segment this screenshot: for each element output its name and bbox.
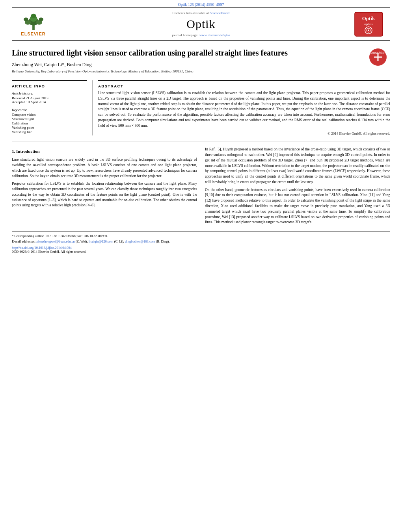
svg-text:Optik: Optik xyxy=(362,15,375,21)
svg-point-13 xyxy=(368,30,369,31)
keywords-section: Keywords: Computer vision Structured lig… xyxy=(12,108,87,134)
footnote-area: * Corresponding author. Tel.: +86 10 823… xyxy=(12,232,390,244)
received-date: Received 21 August 2013 xyxy=(12,96,87,100)
vertical-divider xyxy=(92,80,93,135)
keyword-4: Vanishing point xyxy=(12,126,87,130)
elsevier-logo: ELSEVIER xyxy=(20,12,47,36)
keyword-1: Computer vision xyxy=(12,113,87,117)
elsevier-tree-svg xyxy=(20,12,47,31)
doi-link[interactable]: http://dx.doi.org/10.1016/j.ijleo.2014.0… xyxy=(12,246,72,250)
sciencedirect-line: Contents lists available at ScienceDirec… xyxy=(173,11,230,15)
svg-text:optics: optics xyxy=(364,22,373,26)
homepage-link[interactable]: www.elsevier.de/ijleo xyxy=(199,33,230,37)
elsevier-label: ELSEVIER xyxy=(21,32,45,36)
intro-heading: 1. Introduction xyxy=(12,148,197,155)
article-history-group: Article history: Received 21 August 2013… xyxy=(12,91,87,104)
abstract-section: ABSTRACT Line structured light vision se… xyxy=(98,80,390,135)
article-history-label: Article history: xyxy=(12,91,87,95)
journal-title: Optik xyxy=(186,17,215,31)
article-body: ARTICLE INFO Article history: Received 2… xyxy=(12,80,390,135)
issn-line: 0030-4026/© 2014 Elsevier GmbH. All righ… xyxy=(12,250,86,254)
article-authors: Zhenzhong Wei, Caiqin Li*, Boshen Ding xyxy=(12,62,365,68)
intro-para-2: Projector calibration for LSLVS is to es… xyxy=(12,181,197,208)
abstract-heading: ABSTRACT xyxy=(98,84,390,88)
crossmark-icon: CrossMark xyxy=(368,48,387,67)
keywords-label: Keywords: xyxy=(12,108,87,112)
doi-text: Optik 125 (2014) 4990–4997 xyxy=(178,2,224,7)
elsevier-logo-box: ELSEVIER xyxy=(12,8,55,40)
abstract-text: Line structured light vision sensor (LSL… xyxy=(98,91,390,128)
intro-para-4: On the other hand, geometric features as… xyxy=(205,187,390,225)
svg-point-7 xyxy=(39,17,43,21)
journal-center: Contents lists available at ScienceDirec… xyxy=(55,8,347,40)
article-info-heading: ARTICLE INFO xyxy=(12,84,87,88)
section-divider xyxy=(12,141,390,141)
footnote-emails: E-mail addresses: zhenzhongwei@buaa.edu.… xyxy=(12,239,390,244)
journal-header: ELSEVIER Contents lists available at Sci… xyxy=(12,7,390,41)
email-link-3[interactable]: dingboshen@163.com xyxy=(125,239,155,243)
intro-para-1: Line structured light vision sensors are… xyxy=(12,157,197,179)
optik-logo-box: Optik optics xyxy=(347,8,390,40)
crossmark-box: CrossMark xyxy=(368,48,390,67)
two-col-body: 1. Introduction Line structured light vi… xyxy=(12,147,390,228)
article-affiliation: Beihang University, Key Laboratory of Pr… xyxy=(12,69,365,73)
keyword-3: Calibration xyxy=(12,121,87,125)
svg-point-6 xyxy=(24,17,28,21)
email-link[interactable]: zhenzhongwei@buaa.edu.cn xyxy=(36,239,75,243)
sciencedirect-link[interactable]: ScienceDirect xyxy=(210,11,229,15)
svg-point-3 xyxy=(31,14,36,19)
email-link-2[interactable]: licaiqin@126.com xyxy=(89,239,114,243)
page: Optik 125 (2014) 4990–4997 xyxy=(0,0,402,532)
col-left: 1. Introduction Line structured light vi… xyxy=(12,147,197,228)
doi-bar: Optik 125 (2014) 4990–4997 xyxy=(0,0,402,7)
article-title-section: Line structured light vision sensor cali… xyxy=(12,48,390,76)
journal-homepage: journal homepage: www.elsevier.de/ijleo xyxy=(172,33,230,37)
copyright-line: © 2014 Elsevier GmbH. All rights reserve… xyxy=(98,132,390,135)
article-title: Line structured light vision sensor cali… xyxy=(12,48,365,58)
doi-footer: http://dx.doi.org/10.1016/j.ijleo.2014.0… xyxy=(12,246,390,254)
footnote-star: * Corresponding author. Tel.: +86 10 823… xyxy=(12,234,390,238)
article-title-text: Line structured light vision sensor cali… xyxy=(12,48,365,76)
article-info: ARTICLE INFO Article history: Received 2… xyxy=(12,80,87,135)
accepted-date: Accepted 10 April 2014 xyxy=(12,100,87,104)
optik-logo-svg: Optik optics xyxy=(354,11,383,37)
col-right: In Ref. [5], Huynh proposed a method bas… xyxy=(205,147,390,228)
keyword-2: Structured light xyxy=(12,117,87,121)
intro-para-3: In Ref. [5], Huynh proposed a method bas… xyxy=(205,147,390,185)
keyword-5: Vanishing line xyxy=(12,130,87,134)
